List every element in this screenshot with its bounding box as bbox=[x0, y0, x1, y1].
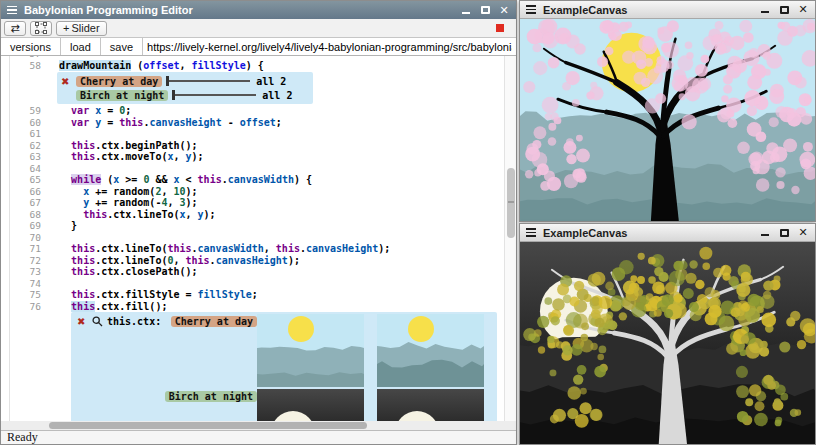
maximize-icon[interactable] bbox=[479, 5, 491, 16]
code-line: 74 bbox=[1, 278, 516, 290]
code-text: this.ctx.lineTo(0, this.canvasHeight); bbox=[47, 255, 300, 267]
babylonian-editor-window: Babylonian Programming Editor ✕ ⇄ bbox=[0, 0, 517, 445]
example-canvas-window-1: ExampleCanvas ✕ bbox=[519, 0, 816, 222]
code-line: 58 drawMountain (offset, fillStyle) { bbox=[1, 60, 516, 72]
code-line: 68 this.ctx.lineTo(x, y); bbox=[1, 209, 516, 221]
minimize-icon[interactable] bbox=[759, 4, 771, 15]
code-text: drawMountain (offset, fillStyle) { bbox=[47, 60, 264, 72]
status-text: Ready bbox=[7, 430, 38, 445]
code-line: 75 this.ctx.fillStyle = fillStyle; bbox=[1, 289, 516, 301]
close-icon[interactable]: ✕ bbox=[797, 227, 809, 238]
code-line: 65 while (x >= 0 && x < this.canvasWidth… bbox=[1, 174, 516, 186]
horizontal-scrollbar[interactable] bbox=[1, 421, 516, 430]
code-line: 64 bbox=[1, 163, 516, 175]
code-line: 63 this.ctx.moveTo(x, y); bbox=[1, 151, 516, 163]
line-number: 73 bbox=[1, 266, 47, 278]
sync-arrows-button[interactable]: ⇄ bbox=[4, 21, 26, 36]
code-text: y += random(-4, 3); bbox=[47, 197, 198, 209]
remove-example-button[interactable]: ✖ bbox=[61, 76, 72, 87]
url-input[interactable] bbox=[143, 38, 516, 55]
code-editor[interactable]: 5758 drawMountain (offset, fillStyle) {✖… bbox=[1, 56, 516, 421]
plus-icon: + bbox=[63, 22, 69, 34]
close-icon[interactable]: ✕ bbox=[498, 5, 510, 16]
probe-row: ✖this.ctx:Cherry at day bbox=[77, 314, 491, 387]
code-line: 73 this.ctx.closePath(); bbox=[1, 266, 516, 278]
probe-canvas-thumbnail bbox=[257, 314, 364, 387]
code-text: this.ctx.fill(); bbox=[47, 301, 167, 313]
probe-thumbnails bbox=[257, 389, 484, 421]
vertical-scrollbar[interactable] bbox=[504, 56, 516, 421]
window-controls: ✕ bbox=[460, 5, 516, 16]
line-number: 67 bbox=[1, 197, 47, 209]
remove-probe-button[interactable]: ✖ bbox=[77, 316, 88, 327]
code-text: while (x >= 0 && x < this.canvasWidth) { bbox=[47, 174, 312, 186]
probe-canvas-thumbnail bbox=[257, 389, 364, 421]
probe-row: Birch at night bbox=[77, 389, 491, 421]
versions-button[interactable]: versions bbox=[1, 38, 61, 55]
editor-titlebar[interactable]: Babylonian Programming Editor ✕ bbox=[1, 1, 516, 19]
line-number: 58 bbox=[1, 60, 47, 72]
horizontal-scrollbar-thumb[interactable] bbox=[49, 422, 367, 429]
line-number: 72 bbox=[1, 255, 47, 267]
desktop: Babylonian Programming Editor ✕ ⇄ bbox=[0, 0, 816, 445]
code-line: 59 var x = 0; bbox=[1, 105, 516, 117]
code-line: 62 this.ctx.beginPath(); bbox=[1, 140, 516, 152]
code-line: 67 y += random(-4, 3); bbox=[1, 197, 516, 209]
probe-example-badge[interactable]: Cherry at day bbox=[171, 316, 257, 327]
code-line: 66 x += random(2, 10); bbox=[1, 186, 516, 198]
editor-window-title: Babylonian Programming Editor bbox=[24, 4, 193, 16]
line-number: 65 bbox=[1, 174, 47, 186]
code-line: 60 var y = this.canvasHeight - offset; bbox=[1, 117, 516, 129]
probe-example-badge[interactable]: Birch at night bbox=[165, 391, 257, 402]
maximize-icon[interactable] bbox=[778, 4, 790, 15]
line-number: 61 bbox=[1, 128, 47, 140]
example-row: ✖Cherry at dayall 2 bbox=[61, 74, 309, 88]
load-button[interactable]: load bbox=[61, 38, 101, 55]
code-line: 69 } bbox=[1, 220, 516, 232]
menu-icon[interactable] bbox=[7, 6, 17, 15]
code-text: } bbox=[47, 220, 77, 232]
code-line: 76 this.ctx.fill(); bbox=[1, 301, 516, 313]
menu-icon[interactable] bbox=[526, 5, 536, 14]
line-number: 63 bbox=[1, 151, 47, 163]
canvas2-titlebar[interactable]: ExampleCanvas ✕ bbox=[520, 224, 815, 242]
example-widget: ✖Cherry at dayall 2Birch at nightall 2 bbox=[57, 72, 313, 104]
example-name-badge[interactable]: Cherry at day bbox=[76, 76, 162, 87]
code-text: this.ctx.beginPath(); bbox=[47, 140, 198, 152]
window-controls: ✕ bbox=[759, 227, 815, 238]
probe-label: Birch at night bbox=[77, 389, 257, 403]
close-icon[interactable]: ✕ bbox=[797, 4, 809, 15]
editor-toolbar: ⇄ + Slider bbox=[1, 19, 516, 38]
code-line: 61 bbox=[1, 128, 516, 140]
window-controls: ✕ bbox=[759, 4, 815, 15]
minimize-icon[interactable] bbox=[759, 227, 771, 238]
example-row: Birch at nightall 2 bbox=[61, 88, 309, 102]
example-range-slider[interactable] bbox=[166, 76, 250, 86]
code-lines: 5758 drawMountain (offset, fillStyle) {✖… bbox=[1, 56, 516, 421]
code-text: x += random(2, 10); bbox=[47, 186, 198, 198]
vertical-scrollbar-thumb[interactable] bbox=[507, 168, 515, 238]
line-number: 74 bbox=[1, 278, 47, 290]
code-text: this.ctx.lineTo(x, y); bbox=[47, 209, 216, 221]
save-button[interactable]: save bbox=[101, 38, 143, 55]
maximize-icon[interactable] bbox=[778, 227, 790, 238]
code-text: var y = this.canvasHeight - offset; bbox=[47, 117, 282, 129]
minimize-icon[interactable] bbox=[460, 5, 472, 16]
example-range-slider[interactable] bbox=[172, 90, 256, 100]
file-bar: versions load save bbox=[1, 38, 516, 56]
add-slider-button[interactable]: + Slider bbox=[56, 21, 107, 36]
code-line: 70 bbox=[1, 232, 516, 244]
line-number: 68 bbox=[1, 209, 47, 221]
canvas1-titlebar[interactable]: ExampleCanvas ✕ bbox=[520, 1, 815, 19]
line-number: 71 bbox=[1, 243, 47, 255]
code-text: this.ctx.fillStyle = fillStyle; bbox=[47, 289, 258, 301]
selection-box-button[interactable] bbox=[30, 21, 52, 36]
example-range-label: all 2 bbox=[256, 76, 286, 87]
example-name-badge[interactable]: Birch at night bbox=[76, 90, 168, 101]
code-text: this.ctx.lineTo(this.canvasWidth, this.c… bbox=[47, 243, 390, 255]
canvas1-window-title: ExampleCanvas bbox=[543, 4, 627, 16]
code-line: 72 this.ctx.lineTo(0, this.canvasHeight)… bbox=[1, 255, 516, 267]
menu-icon[interactable] bbox=[526, 228, 536, 237]
code-line: 71 this.ctx.lineTo(this.canvasWidth, thi… bbox=[1, 243, 516, 255]
magnifier-icon bbox=[92, 316, 103, 327]
